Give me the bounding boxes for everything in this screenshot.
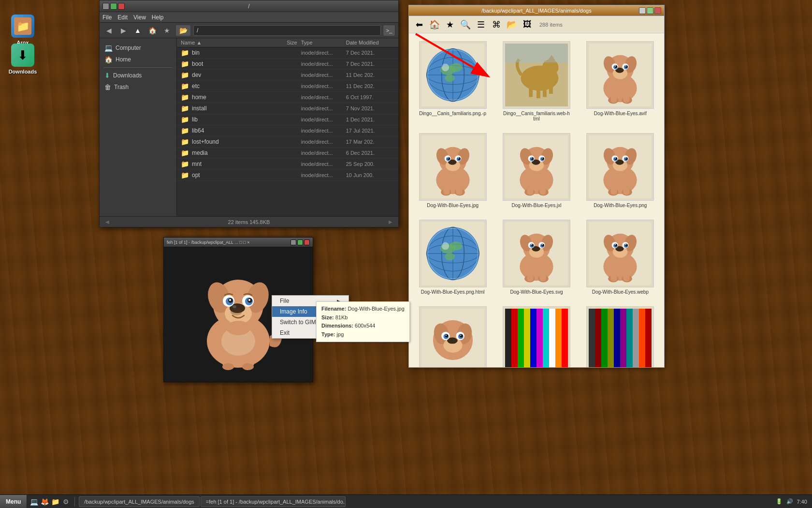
folder-icon: 📁 [181, 60, 189, 68]
taskbar-app-terminal[interactable]: 💻 [29, 497, 39, 507]
sidebar-item-downloads[interactable]: ⬇ Downloads [100, 70, 176, 81]
feh-maximize-btn[interactable] [297, 239, 303, 245]
fb-bookmarks-btn[interactable]: ★ [443, 18, 457, 31]
folder-icon: 📁 [181, 149, 189, 157]
file-thumbnail [503, 133, 570, 201]
table-row[interactable]: 📁 lib64 inode/direct... 17 Jul 2021. [177, 125, 398, 136]
svg-point-78 [458, 158, 459, 159]
fb-home-btn[interactable]: 🏠 [427, 18, 442, 31]
fb-list-btn[interactable]: ☰ [474, 18, 488, 31]
fm-minimize-btn[interactable] [102, 3, 109, 10]
feh-minimize-btn[interactable] [290, 239, 296, 245]
fm-maximize-btn[interactable] [110, 3, 117, 10]
fm-title: / [248, 3, 249, 10]
fm-menu-edit[interactable]: Edit [117, 14, 128, 21]
svg-rect-188 [518, 309, 524, 367]
col-name[interactable]: Name ▲ [181, 40, 268, 45]
svg-rect-63 [624, 93, 630, 103]
col-type[interactable]: Type [297, 40, 346, 45]
list-item[interactable]: Dog-With-Blue-Eyes.png [581, 130, 659, 211]
feh-close-btn[interactable] [304, 239, 310, 245]
table-row[interactable]: 📁 opt inode/direct... 10 Jun 200. [177, 170, 398, 181]
file-label: Dog-With-Blue-Eyes.avif [594, 111, 647, 116]
table-row[interactable]: 📁 dev inode/direct... 11 Dec 202. [177, 70, 398, 81]
svg-point-58 [615, 66, 616, 67]
fm-close-btn[interactable] [118, 3, 125, 10]
downloads-icon: ⬇ [11, 44, 34, 67]
fb-open-btn[interactable]: 📂 [505, 18, 519, 31]
sidebar-item-trash[interactable]: 🗑 Trash [100, 81, 176, 93]
fb-filter-btn[interactable]: ⌘ [489, 18, 504, 31]
taskbar-app-settings[interactable]: ⚙ [61, 497, 71, 507]
svg-point-132 [441, 242, 449, 250]
fm-forward-btn[interactable]: ▶ [117, 25, 130, 36]
file-label: Dog-With-Blue-Eyes.jxl [512, 203, 562, 208]
sidebar-item-home[interactable]: 🏠 Home [100, 54, 176, 65]
fm-sidebar: 💻 Computer 🏠 Home ⬇ Downloads 🗑 Trash [100, 38, 177, 216]
folder-icon: 📁 [181, 105, 189, 112]
fm-terminal-btn[interactable]: >_ [383, 25, 395, 36]
desktop-icon-downloads[interactable]: ⬇ Downloads [6, 44, 40, 75]
fb-minimize-btn[interactable] [639, 7, 646, 14]
svg-rect-198 [595, 309, 601, 367]
table-row[interactable]: 📁 lost+found inode/direct... 17 Mar 202. [177, 136, 398, 148]
fb-search-btn[interactable]: 🔍 [458, 18, 473, 31]
fm-file-header: Name ▲ Size Type Date Modified [177, 38, 398, 47]
taskbar-start-btn[interactable]: Menu [0, 495, 27, 508]
list-item[interactable]: file10 [414, 303, 492, 367]
table-row[interactable]: 📁 etc inode/direct... 11 Dec 202. [177, 81, 398, 92]
table-row[interactable]: 📁 lib inode/direct... 1 Dec 2021. [177, 114, 398, 125]
fm-menu-view[interactable]: View [133, 14, 146, 21]
fm-statusbar: ◀ 22 items 145.8KB ▶ [100, 216, 398, 227]
fm-menu-file[interactable]: File [102, 14, 112, 21]
fm-up-btn[interactable]: ▲ [131, 25, 144, 36]
fm-bookmarks-btn[interactable]: ★ [160, 25, 173, 36]
list-item[interactable]: file12 [581, 303, 659, 367]
table-row[interactable]: 📁 bin inode/direct... 7 Dec 2021. [177, 47, 398, 59]
list-item[interactable]: Dog-With-Blue-Eyes.jpg [414, 130, 492, 211]
svg-rect-186 [505, 309, 511, 367]
table-row[interactable]: 📁 home inode/direct... 6 Oct 1997. [177, 92, 398, 103]
fm-folder-icon: 📂 [176, 25, 190, 36]
fm-home-btn[interactable]: 🏠 [146, 25, 159, 36]
taskbar-app-browser[interactable]: 🦊 [40, 497, 49, 507]
svg-point-59 [625, 66, 626, 67]
scroll-right-btn[interactable]: ▶ [387, 219, 394, 224]
table-row[interactable]: 📁 media inode/direct... 6 Dec 2021. [177, 148, 398, 159]
fb-maximize-btn[interactable] [647, 7, 653, 14]
taskbar-task-feh[interactable]: =feh [1 of 1] - /backup/wpclipart_ALL_IM… [201, 496, 346, 507]
folder-icon: 📁 [181, 138, 189, 146]
taskbar-app-files[interactable]: 📁 [50, 497, 60, 507]
sidebar-item-computer[interactable]: 💻 Computer [100, 42, 176, 54]
fb-new-btn[interactable]: 🖼 [520, 18, 535, 31]
fm-back-btn[interactable]: ◀ [102, 25, 115, 36]
list-item[interactable]: Dog-With-Blue-Eyes.jxl [497, 130, 575, 211]
svg-point-116 [625, 158, 626, 159]
file-manager-window: / File Edit View Help ◀ ▶ ▲ 🏠 ★ 📂 / >_ [99, 0, 399, 227]
table-row[interactable]: 📁 install inode/direct... 7 Nov 2021. [177, 103, 398, 114]
desktop-icon-arox[interactable]: 📁 Arox [6, 15, 40, 45]
fm-menu-help[interactable]: Help [152, 14, 164, 21]
col-size[interactable]: Size [268, 40, 297, 45]
table-row[interactable]: 📁 mnt inode/direct... 25 Sep 200. [177, 159, 398, 170]
list-item[interactable]: Dog-With-Blue-Eyes.svg [497, 217, 575, 298]
col-date[interactable]: Date Modified [346, 40, 394, 45]
table-row[interactable]: 📁 boot inode/direct... 7 Dec 2021. [177, 59, 398, 70]
svg-point-163 [615, 244, 617, 246]
svg-rect-187 [511, 309, 518, 367]
list-item[interactable]: Dog-With-Blue-Eyes.avif [581, 38, 659, 124]
svg-point-183 [445, 335, 446, 336]
list-item[interactable]: Dog-With-Blue-Eyes.png.html [414, 217, 492, 298]
list-item[interactable]: Dog-With-Blue-Eyes.webp [581, 217, 659, 298]
file-label: Dog-With-Blue-Eyes.webp [592, 289, 649, 295]
taskbar-task-filebrowser[interactable]: /backup/wpclipart_ALL_IMAGES/animals/dog… [79, 496, 199, 507]
file-thumbnail [503, 41, 570, 109]
list-item[interactable]: file11 [497, 303, 575, 367]
scroll-left-btn[interactable]: ◀ [103, 219, 111, 224]
fb-back-btn[interactable]: ⬅ [412, 18, 426, 31]
list-item[interactable]: Dingo__Canis_familiaris.web-html [497, 38, 575, 124]
fm-address-bar[interactable]: / [193, 25, 381, 36]
fb-close-btn[interactable] [654, 7, 661, 14]
svg-point-33 [445, 75, 455, 82]
list-item[interactable]: Dingo__Canis_familiaris.png.-p [414, 38, 492, 124]
